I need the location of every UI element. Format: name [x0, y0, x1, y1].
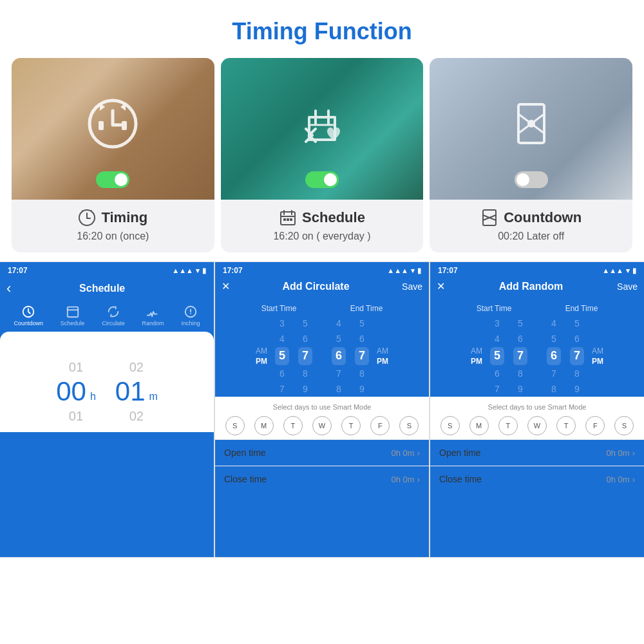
save-button-3[interactable]: Save	[617, 281, 638, 292]
countdown-toggle[interactable]	[515, 171, 548, 188]
close-time-row-3[interactable]: Close time 0h 0m ›	[430, 466, 644, 492]
day-S-1[interactable]: S	[225, 416, 245, 435]
end-hour-col-2: 4 5 6 7 8	[327, 316, 350, 397]
day-T2-1[interactable]: T	[341, 416, 361, 435]
schedule-info: Schedule 16:20 on ( everyday )	[221, 200, 424, 252]
day-W-1[interactable]: W	[312, 416, 332, 435]
tab-circulate[interactable]: Circulate	[102, 305, 125, 327]
schedule-icon-overlay	[296, 98, 348, 149]
day-W-2[interactable]: W	[527, 416, 547, 435]
back-button-1[interactable]: ‹	[6, 280, 11, 297]
timing-toggle[interactable]	[96, 171, 129, 188]
open-time-row-2[interactable]: Open time 0h 0m ›	[215, 439, 429, 466]
tab-inching[interactable]: Inching	[181, 305, 200, 327]
wifi-icon-2: ▾	[411, 267, 415, 275]
wifi-icon-3: ▾	[626, 267, 630, 275]
start-time-label-3: Start Time	[477, 304, 512, 313]
time-picker-header-2: Start Time End Time	[215, 301, 429, 316]
close-time-row-2[interactable]: Close time 0h 0m ›	[215, 466, 429, 492]
end-min-col-3: 5 6 7 8 9	[565, 316, 589, 397]
close-time-value-2: 0h 0m ›	[392, 475, 420, 484]
phone-screen-1: 17:07 ▲▲▲ ▾ ▮ ‹ Schedule Countdown Sched…	[0, 261, 214, 558]
countdown-subtitle: 00:20 Later off	[436, 231, 626, 242]
days-row-2: S M T W T F S	[220, 416, 424, 435]
countdown-m-main: 01	[115, 377, 146, 406]
status-bar-2: 17:07 ▲▲▲ ▾ ▮	[215, 262, 429, 278]
open-time-label-2: Open time	[224, 448, 266, 458]
battery-icon-3: ▮	[632, 267, 636, 275]
save-button-2[interactable]: Save	[402, 281, 422, 292]
open-time-label-3: Open time	[439, 448, 481, 458]
nav-title-3: Add Random	[445, 281, 617, 292]
signal-icon-2: ▲▲▲	[387, 267, 408, 274]
tab-countdown-label: Countdown	[14, 320, 43, 327]
schedule-toggle-knob	[324, 173, 337, 186]
countdown-hours-col: 01 00 h 01	[56, 357, 96, 426]
countdown-info: Countdown 00:20 Later off	[430, 200, 632, 252]
day-M-2[interactable]: M	[469, 416, 489, 435]
day-S-2[interactable]: S	[440, 416, 460, 435]
tab-schedule[interactable]: Schedule	[61, 305, 85, 327]
phone-screen-2: 17:07 ▲▲▲ ▾ ▮ ✕ Add Circulate Save Start…	[214, 261, 430, 558]
svg-rect-12	[287, 218, 289, 221]
chevron-icon-close-2: ›	[417, 475, 420, 484]
countdown-title: Countdown	[436, 209, 626, 227]
tab-countdown[interactable]: Countdown	[14, 305, 43, 327]
close-time-value-3: 0h 0m ›	[607, 475, 635, 484]
nav-bar-3: ✕ Add Random Save	[430, 278, 644, 298]
status-icons-2: ▲▲▲ ▾ ▮	[387, 267, 421, 275]
end-time-label-2: End Time	[350, 304, 383, 313]
days-label-2: Select days to use Smart Mode	[220, 403, 424, 411]
start-time-label-2: Start Time	[261, 304, 297, 313]
close-button-2[interactable]: ✕	[222, 280, 230, 292]
signal-icon-3: ▲▲▲	[602, 267, 623, 274]
start-min-col-3: 5 6 7 8 9	[509, 316, 532, 397]
days-label-3: Select days to use Smart Mode	[435, 403, 639, 411]
timing-photo	[12, 58, 214, 200]
tab-icons-row-1: Countdown Schedule Circulate Random Inch…	[0, 302, 214, 332]
countdown-h-main: 00	[56, 377, 86, 406]
timing-info: Timing 16:20 on (once)	[12, 200, 214, 252]
day-S2-1[interactable]: S	[399, 416, 419, 435]
countdown-m-unit: m	[149, 391, 158, 402]
battery-icon-2: ▮	[417, 267, 421, 275]
timing-toggle-knob	[115, 173, 128, 186]
tab-schedule-label: Schedule	[61, 320, 85, 327]
svg-rect-13	[290, 218, 292, 221]
schedule-toggle[interactable]	[305, 171, 339, 188]
day-F-2[interactable]: F	[585, 416, 605, 435]
end-ampm-2: AM PM	[374, 346, 392, 366]
chevron-icon-open-3: ›	[632, 448, 635, 458]
day-T-2[interactable]: T	[498, 416, 518, 435]
end-hour-col-3: 4 5 6 7 8	[542, 316, 565, 397]
status-time-2: 17:07	[223, 266, 243, 275]
tab-inching-label: Inching	[181, 320, 200, 327]
start-hour-col-2: 3 4 5 6 7	[270, 316, 294, 397]
schedule-card: Schedule 16:20 on ( everyday )	[221, 58, 424, 252]
page-title: Timing Function	[0, 0, 644, 58]
day-F-1[interactable]: F	[370, 416, 390, 435]
tab-circulate-label: Circulate	[102, 320, 125, 327]
countdown-card: Countdown 00:20 Later off	[430, 58, 632, 252]
start-ampm-3: AM PM	[468, 346, 486, 366]
tab-random[interactable]: Random	[142, 305, 164, 327]
countdown-h-unit: h	[90, 391, 96, 402]
start-min-col-2: 5 6 7 8 9	[294, 316, 317, 397]
time-picker-header-3: Start Time End Time	[430, 301, 644, 316]
chevron-icon-open-2: ›	[417, 448, 420, 458]
close-button-3[interactable]: ✕	[437, 280, 445, 292]
day-M-1[interactable]: M	[254, 416, 274, 435]
start-ampm-2: AM PM	[252, 346, 270, 366]
countdown-small-icon	[480, 209, 498, 227]
bottom-screens-row: 17:07 ▲▲▲ ▾ ▮ ‹ Schedule Countdown Sched…	[0, 261, 644, 558]
day-T2-2[interactable]: T	[556, 416, 576, 435]
countdown-h-next: 01	[69, 406, 83, 426]
schedule-small-icon	[279, 209, 297, 227]
day-S2-2[interactable]: S	[614, 416, 634, 435]
start-hour-col-3: 3 4 5 6 7	[486, 316, 509, 397]
nav-title-2: Add Circulate	[230, 281, 402, 292]
day-T-1[interactable]: T	[283, 416, 303, 435]
open-time-row-3[interactable]: Open time 0h 0m ›	[430, 439, 644, 466]
time-picker-cols-2: AM PM 3 4 5 6 7 5 6 7 8 9	[215, 316, 429, 397]
open-time-value-3: 0h 0m ›	[607, 448, 635, 458]
